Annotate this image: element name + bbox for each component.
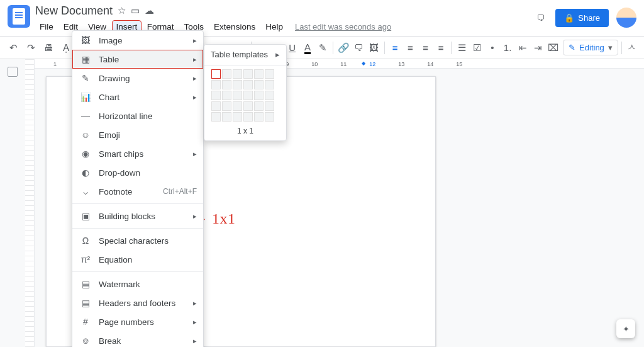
table-size-label: 1 x 1 [204, 122, 286, 135]
table-grid-cell[interactable] [243, 80, 253, 89]
print-button[interactable]: 🖶 [40, 40, 57, 56]
insert-item-building-blocks[interactable]: ▣Building blocks▸ [72, 207, 203, 225]
table-grid-cell[interactable] [243, 69, 253, 79]
dropdown-icon: ◐ [80, 168, 91, 178]
text-color-button[interactable]: A [301, 40, 314, 56]
insert-item-equation[interactable]: π²Equation [72, 250, 203, 269]
insert-item-emoji[interactable]: ☺Emoji [72, 125, 203, 144]
insert-item-footnote[interactable]: ⌵FootnoteCtrl+Alt+F [72, 182, 203, 201]
checklist-button[interactable]: ☑ [470, 40, 484, 56]
table-templates-item[interactable]: Table templates [211, 50, 268, 59]
underline-button[interactable]: U [285, 40, 299, 56]
undo-button[interactable]: ↶ [5, 40, 21, 56]
table-icon: ▦ [80, 54, 91, 64]
insert-item-break[interactable]: ⎊Break▸ [72, 331, 203, 347]
numbered-list-button[interactable]: 1. [501, 40, 514, 56]
last-edit-link[interactable]: Last edit was seconds ago [295, 22, 391, 31]
table-grid-cell[interactable] [265, 101, 274, 111]
table-grid-cell[interactable] [222, 91, 231, 100]
chevron-right-icon: ▸ [275, 50, 280, 59]
align-justify-button[interactable]: ≡ [434, 40, 448, 56]
chevron-right-icon: ▸ [193, 37, 197, 45]
chevron-right-icon: ▸ [193, 299, 197, 307]
insert-item-page-numbers[interactable]: #Page numbers▸ [72, 312, 203, 331]
line-spacing-button[interactable]: ☰ [455, 40, 469, 56]
table-grid-cell[interactable] [243, 112, 253, 122]
table-grid-cell[interactable] [265, 112, 274, 122]
blocks-icon: ▣ [80, 211, 91, 221]
insert-item-drawing[interactable]: ✎Drawing▸ [72, 69, 203, 88]
menu-extensions[interactable]: Extensions [209, 20, 260, 33]
redo-button[interactable]: ↷ [23, 40, 39, 56]
docs-logo[interactable] [8, 5, 30, 28]
table-grid-cell[interactable] [211, 80, 221, 89]
table-grid-cell[interactable] [254, 91, 264, 100]
table-grid-cell[interactable] [233, 69, 242, 79]
table-grid-cell[interactable] [254, 112, 264, 122]
insert-item-headers-and-footers[interactable]: ▤Headers and footers▸ [72, 293, 203, 312]
highlight-color-button[interactable]: ✎ [316, 40, 330, 56]
menu-item-label: Table [99, 55, 186, 64]
outline-toggle[interactable] [8, 67, 18, 77]
table-size-grid[interactable] [204, 69, 286, 122]
table-grid-cell[interactable] [233, 91, 242, 100]
table-grid-cell[interactable] [233, 80, 242, 89]
bulleted-list-button[interactable]: • [486, 40, 499, 56]
insert-item-image[interactable]: 🖼Image▸ [72, 31, 203, 50]
align-center-button[interactable]: ≡ [403, 40, 417, 56]
table-grid-cell[interactable] [243, 101, 253, 111]
clear-formatting-button[interactable]: ⌧ [547, 40, 560, 56]
insert-comment-button[interactable]: 🗨 [352, 40, 366, 56]
table-grid-cell[interactable] [265, 91, 274, 100]
table-grid-cell[interactable] [211, 101, 221, 111]
insert-item-horizontal-line[interactable]: —Horizontal line [72, 106, 203, 125]
table-grid-cell[interactable] [222, 101, 231, 111]
editing-mode-button[interactable]: ✎ Editing ▾ [563, 40, 618, 55]
menu-item-label: Break [99, 336, 186, 346]
align-right-button[interactable]: ≡ [419, 40, 433, 56]
insert-item-smart-chips[interactable]: ◉Smart chips▸ [72, 144, 203, 163]
table-grid-cell[interactable] [233, 112, 242, 122]
account-avatar[interactable] [616, 8, 636, 28]
break-icon: ⎊ [80, 336, 91, 346]
menu-file[interactable]: File [35, 20, 58, 33]
document-title[interactable]: New Document [35, 4, 113, 18]
insert-item-special-characters[interactable]: ΩSpecial characters [72, 231, 203, 250]
table-grid-cell[interactable] [243, 91, 253, 100]
star-icon[interactable]: ☆ [118, 5, 126, 16]
table-grid-cell[interactable] [265, 69, 274, 79]
align-left-button[interactable]: ≡ [388, 40, 402, 56]
insert-item-table[interactable]: ▦Table▸ [72, 50, 203, 69]
hr-icon: — [80, 111, 91, 121]
table-grid-cell[interactable] [254, 101, 264, 111]
table-grid-cell[interactable] [265, 80, 274, 89]
share-button[interactable]: 🔒 Share [555, 9, 609, 27]
table-grid-cell[interactable] [233, 101, 242, 111]
table-grid-cell[interactable] [211, 69, 221, 79]
explore-button[interactable]: ✦ [616, 319, 635, 338]
decrease-indent-button[interactable]: ⇤ [516, 40, 530, 56]
insert-link-button[interactable]: 🔗 [336, 40, 350, 56]
insert-item-drop-down[interactable]: ◐Drop-down [72, 163, 203, 182]
table-grid-cell[interactable] [222, 69, 231, 79]
table-grid-cell[interactable] [211, 91, 221, 100]
footnote-icon: ⌵ [80, 186, 91, 196]
table-grid-cell[interactable] [222, 80, 231, 89]
collapse-toolbar-button[interactable]: ㅅ [625, 40, 639, 56]
menu-item-label: Page numbers [99, 317, 186, 327]
comments-history-icon[interactable]: 🗨 [533, 10, 548, 25]
insert-item-chart[interactable]: 📊Chart▸ [72, 88, 203, 106]
insert-item-watermark[interactable]: ▤Watermark [72, 275, 203, 293]
menu-help[interactable]: Help [261, 20, 287, 33]
chevron-right-icon: ▸ [193, 93, 197, 101]
increase-indent-button[interactable]: ⇥ [531, 40, 545, 56]
table-grid-cell[interactable] [211, 112, 221, 122]
table-grid-cell[interactable] [254, 80, 264, 89]
chevron-right-icon: ▸ [193, 318, 197, 326]
table-grid-cell[interactable] [222, 112, 231, 122]
headers-icon: ▤ [80, 298, 91, 308]
table-grid-cell[interactable] [254, 69, 264, 79]
insert-image-button[interactable]: 🖼 [367, 40, 381, 56]
share-label: Share [578, 13, 600, 23]
move-folder-icon[interactable]: ▭ [131, 5, 140, 16]
